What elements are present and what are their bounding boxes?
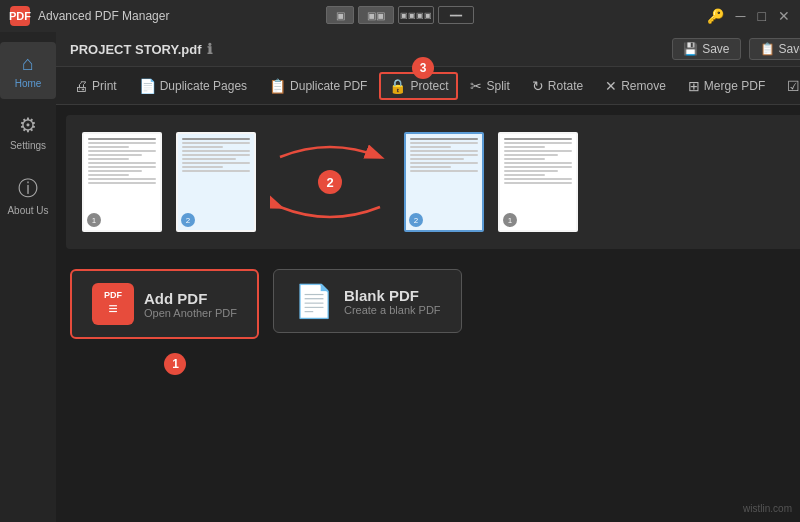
add-pdf-button[interactable]: PDF ≡ Add PDF Open Another PDF (70, 269, 259, 339)
view-double[interactable]: ▣▣ (358, 6, 394, 24)
page-thumb-3[interactable]: 2 (404, 132, 484, 232)
blank-pdf-button[interactable]: 📄 Blank PDF Create a blank PDF (273, 269, 462, 333)
protect-icon: 🔒 (389, 78, 406, 94)
sidebar-item-about[interactable]: ⓘ About Us (0, 165, 56, 226)
step3-badge: 3 (412, 57, 434, 79)
print-icon: 🖨 (74, 78, 88, 94)
add-pdf-text: Add PDF Open Another PDF (144, 290, 237, 319)
page-card-1: 1 (82, 132, 162, 232)
page-thumb-1[interactable]: 1 (82, 132, 162, 232)
save-button[interactable]: 💾 Save (672, 38, 740, 60)
page-2-badge: 2 (181, 213, 195, 227)
titlebar: PDF Advanced PDF Manager ▣ ▣▣ ▣▣▣▣ ━━ 🔑 … (0, 0, 800, 32)
add-pdf-title: Add PDF (144, 290, 237, 307)
page-card-2: 2 (176, 132, 256, 232)
duplicate-pages-button[interactable]: 📄 Duplicate Pages (129, 72, 257, 100)
sidebar: ⌂ Home ⚙ Settings ⓘ About Us (0, 32, 56, 522)
about-icon: ⓘ (18, 175, 38, 202)
home-icon: ⌂ (22, 52, 34, 75)
bottom-area: PDF ≡ Add PDF Open Another PDF 1 📄 (56, 259, 800, 349)
add-pdf-icon: PDF ≡ (92, 283, 134, 325)
file-actions: 💾 Save 📋 Save As ⋯ (672, 38, 800, 60)
save-as-icon: 📋 (760, 42, 775, 56)
watermark: wistlin.com (743, 503, 792, 514)
page-thumb-2[interactable]: 2 (176, 132, 256, 232)
select-all-button[interactable]: ☑ Select All (777, 72, 800, 100)
remove-button[interactable]: ✕ Remove (595, 72, 676, 100)
view-wide[interactable]: ━━ (438, 6, 474, 24)
rotate-icon: ↻ (532, 78, 544, 94)
blank-pdf-icon: 📄 (294, 282, 334, 320)
step1-badge: 1 (164, 353, 186, 375)
view-single[interactable]: ▣ (326, 6, 354, 24)
content-area: PROJECT STORY.pdf ℹ 💾 Save 📋 Save As ⋯ 🖨 (56, 32, 800, 522)
save-icon: 💾 (683, 42, 698, 56)
page-card-3: 2 (404, 132, 484, 232)
duplicate-pages-icon: 📄 (139, 78, 156, 94)
page-card-4: 1 (498, 132, 578, 232)
main-layout: ⌂ Home ⚙ Settings ⓘ About Us PROJECT STO… (0, 32, 800, 522)
settings-icon: ⚙ (19, 113, 37, 137)
app-title: Advanced PDF Manager (38, 9, 169, 23)
pages-section: 1 (56, 105, 800, 259)
add-pdf-wrapper: PDF ≡ Add PDF Open Another PDF 1 (70, 269, 259, 339)
toolbar-wrapper: 🖨 Print 📄 Duplicate Pages 📋 Duplicate PD… (56, 67, 800, 105)
sidebar-about-label: About Us (7, 205, 48, 216)
blank-pdf-subtitle: Create a blank PDF (344, 304, 441, 316)
remove-icon: ✕ (605, 78, 617, 94)
page-3-badge: 2 (409, 213, 423, 227)
titlebar-left: PDF Advanced PDF Manager (10, 6, 169, 26)
split-icon: ✂ (470, 78, 482, 94)
merge-pdf-button[interactable]: ⊞ Merge PDF (678, 72, 775, 100)
print-button[interactable]: 🖨 Print (64, 72, 127, 100)
duplicate-pdf-button[interactable]: 📋 Duplicate PDF (259, 72, 377, 100)
view-switcher: ▣ ▣▣ ▣▣▣▣ ━━ (326, 6, 474, 24)
pages-area: 1 (66, 115, 800, 249)
view-quad[interactable]: ▣▣▣▣ (398, 6, 434, 24)
select-all-icon: ☑ (787, 78, 800, 94)
merge-icon: ⊞ (688, 78, 700, 94)
app-icon: PDF (10, 6, 30, 26)
close-button[interactable]: ✕ (778, 8, 790, 24)
svg-text:2: 2 (326, 175, 333, 190)
duplicate-pdf-icon: 📋 (269, 78, 286, 94)
save-as-button[interactable]: 📋 Save As (749, 38, 800, 60)
maximize-button[interactable]: □ (758, 8, 766, 24)
page-1-badge: 1 (87, 213, 101, 227)
sidebar-item-settings[interactable]: ⚙ Settings (0, 103, 56, 161)
lock-icon[interactable]: 🔑 (707, 8, 724, 24)
page-4-badge: 1 (503, 213, 517, 227)
sidebar-settings-label: Settings (10, 140, 46, 151)
rotate-button[interactable]: ↻ Rotate (522, 72, 593, 100)
sidebar-item-home[interactable]: ⌂ Home (0, 42, 56, 99)
duplicate-arrows: 2 (270, 127, 390, 237)
sidebar-home-label: Home (15, 78, 42, 89)
blank-pdf-title: Blank PDF (344, 287, 441, 304)
file-name: PROJECT STORY.pdf ℹ (70, 41, 212, 57)
page-thumb-4[interactable]: 1 (498, 132, 578, 232)
titlebar-controls: 🔑 ─ □ ✕ (707, 8, 790, 24)
split-button[interactable]: ✂ Split (460, 72, 519, 100)
file-info-icon: ℹ (207, 41, 212, 57)
add-pdf-subtitle: Open Another PDF (144, 307, 237, 319)
blank-pdf-text: Blank PDF Create a blank PDF (344, 287, 441, 316)
minimize-button[interactable]: ─ (736, 8, 746, 24)
